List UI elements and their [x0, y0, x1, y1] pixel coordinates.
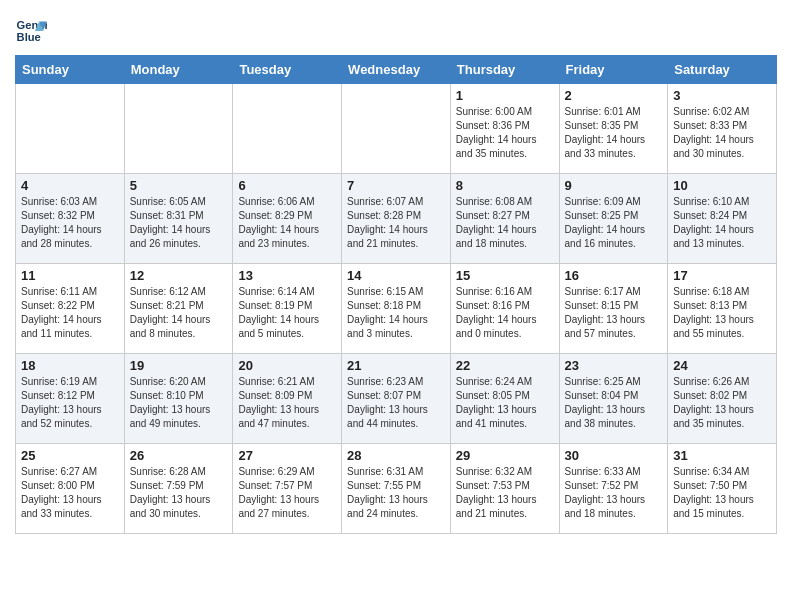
day-number: 28 — [347, 448, 445, 463]
calendar-cell: 10Sunrise: 6:10 AM Sunset: 8:24 PM Dayli… — [668, 174, 777, 264]
calendar-cell: 30Sunrise: 6:33 AM Sunset: 7:52 PM Dayli… — [559, 444, 668, 534]
calendar-cell: 27Sunrise: 6:29 AM Sunset: 7:57 PM Dayli… — [233, 444, 342, 534]
day-info: Sunrise: 6:23 AM Sunset: 8:07 PM Dayligh… — [347, 375, 445, 431]
calendar-cell: 14Sunrise: 6:15 AM Sunset: 8:18 PM Dayli… — [342, 264, 451, 354]
day-info: Sunrise: 6:03 AM Sunset: 8:32 PM Dayligh… — [21, 195, 119, 251]
day-info: Sunrise: 6:25 AM Sunset: 8:04 PM Dayligh… — [565, 375, 663, 431]
day-info: Sunrise: 6:05 AM Sunset: 8:31 PM Dayligh… — [130, 195, 228, 251]
calendar-cell: 4Sunrise: 6:03 AM Sunset: 8:32 PM Daylig… — [16, 174, 125, 264]
calendar-cell: 12Sunrise: 6:12 AM Sunset: 8:21 PM Dayli… — [124, 264, 233, 354]
day-number: 19 — [130, 358, 228, 373]
svg-text:Blue: Blue — [17, 31, 41, 43]
day-info: Sunrise: 6:18 AM Sunset: 8:13 PM Dayligh… — [673, 285, 771, 341]
day-info: Sunrise: 6:21 AM Sunset: 8:09 PM Dayligh… — [238, 375, 336, 431]
day-info: Sunrise: 6:02 AM Sunset: 8:33 PM Dayligh… — [673, 105, 771, 161]
day-info: Sunrise: 6:16 AM Sunset: 8:16 PM Dayligh… — [456, 285, 554, 341]
logo: General Blue — [15, 10, 51, 47]
day-info: Sunrise: 6:00 AM Sunset: 8:36 PM Dayligh… — [456, 105, 554, 161]
day-header-tuesday: Tuesday — [233, 56, 342, 84]
day-number: 3 — [673, 88, 771, 103]
day-info: Sunrise: 6:08 AM Sunset: 8:27 PM Dayligh… — [456, 195, 554, 251]
calendar-cell: 1Sunrise: 6:00 AM Sunset: 8:36 PM Daylig… — [450, 84, 559, 174]
day-number: 13 — [238, 268, 336, 283]
calendar-cell: 16Sunrise: 6:17 AM Sunset: 8:15 PM Dayli… — [559, 264, 668, 354]
day-info: Sunrise: 6:29 AM Sunset: 7:57 PM Dayligh… — [238, 465, 336, 521]
day-info: Sunrise: 6:19 AM Sunset: 8:12 PM Dayligh… — [21, 375, 119, 431]
calendar-cell: 29Sunrise: 6:32 AM Sunset: 7:53 PM Dayli… — [450, 444, 559, 534]
day-info: Sunrise: 6:17 AM Sunset: 8:15 PM Dayligh… — [565, 285, 663, 341]
calendar-cell: 3Sunrise: 6:02 AM Sunset: 8:33 PM Daylig… — [668, 84, 777, 174]
day-number: 22 — [456, 358, 554, 373]
calendar-cell: 5Sunrise: 6:05 AM Sunset: 8:31 PM Daylig… — [124, 174, 233, 264]
day-number: 26 — [130, 448, 228, 463]
day-info: Sunrise: 6:09 AM Sunset: 8:25 PM Dayligh… — [565, 195, 663, 251]
calendar-cell: 8Sunrise: 6:08 AM Sunset: 8:27 PM Daylig… — [450, 174, 559, 264]
day-info: Sunrise: 6:31 AM Sunset: 7:55 PM Dayligh… — [347, 465, 445, 521]
calendar-cell: 19Sunrise: 6:20 AM Sunset: 8:10 PM Dayli… — [124, 354, 233, 444]
day-info: Sunrise: 6:07 AM Sunset: 8:28 PM Dayligh… — [347, 195, 445, 251]
day-number: 21 — [347, 358, 445, 373]
day-number: 24 — [673, 358, 771, 373]
calendar-cell: 17Sunrise: 6:18 AM Sunset: 8:13 PM Dayli… — [668, 264, 777, 354]
day-headers-row: SundayMondayTuesdayWednesdayThursdayFrid… — [16, 56, 777, 84]
day-number: 16 — [565, 268, 663, 283]
day-number: 7 — [347, 178, 445, 193]
day-info: Sunrise: 6:28 AM Sunset: 7:59 PM Dayligh… — [130, 465, 228, 521]
day-header-thursday: Thursday — [450, 56, 559, 84]
day-number: 9 — [565, 178, 663, 193]
day-info: Sunrise: 6:26 AM Sunset: 8:02 PM Dayligh… — [673, 375, 771, 431]
day-number: 12 — [130, 268, 228, 283]
calendar-cell: 6Sunrise: 6:06 AM Sunset: 8:29 PM Daylig… — [233, 174, 342, 264]
calendar-cell: 24Sunrise: 6:26 AM Sunset: 8:02 PM Dayli… — [668, 354, 777, 444]
day-header-wednesday: Wednesday — [342, 56, 451, 84]
calendar-table: SundayMondayTuesdayWednesdayThursdayFrid… — [15, 55, 777, 534]
day-info: Sunrise: 6:34 AM Sunset: 7:50 PM Dayligh… — [673, 465, 771, 521]
day-number: 6 — [238, 178, 336, 193]
calendar-cell — [233, 84, 342, 174]
day-info: Sunrise: 6:27 AM Sunset: 8:00 PM Dayligh… — [21, 465, 119, 521]
day-number: 23 — [565, 358, 663, 373]
calendar-cell: 2Sunrise: 6:01 AM Sunset: 8:35 PM Daylig… — [559, 84, 668, 174]
day-number: 15 — [456, 268, 554, 283]
day-number: 29 — [456, 448, 554, 463]
calendar-cell: 18Sunrise: 6:19 AM Sunset: 8:12 PM Dayli… — [16, 354, 125, 444]
day-number: 11 — [21, 268, 119, 283]
calendar-cell: 22Sunrise: 6:24 AM Sunset: 8:05 PM Dayli… — [450, 354, 559, 444]
day-info: Sunrise: 6:20 AM Sunset: 8:10 PM Dayligh… — [130, 375, 228, 431]
calendar-cell: 15Sunrise: 6:16 AM Sunset: 8:16 PM Dayli… — [450, 264, 559, 354]
day-info: Sunrise: 6:33 AM Sunset: 7:52 PM Dayligh… — [565, 465, 663, 521]
calendar-cell: 9Sunrise: 6:09 AM Sunset: 8:25 PM Daylig… — [559, 174, 668, 264]
calendar-cell: 11Sunrise: 6:11 AM Sunset: 8:22 PM Dayli… — [16, 264, 125, 354]
day-info: Sunrise: 6:24 AM Sunset: 8:05 PM Dayligh… — [456, 375, 554, 431]
calendar-week-5: 25Sunrise: 6:27 AM Sunset: 8:00 PM Dayli… — [16, 444, 777, 534]
logo-icon: General Blue — [15, 15, 47, 47]
day-number: 25 — [21, 448, 119, 463]
day-number: 27 — [238, 448, 336, 463]
calendar-cell: 21Sunrise: 6:23 AM Sunset: 8:07 PM Dayli… — [342, 354, 451, 444]
day-number: 18 — [21, 358, 119, 373]
day-info: Sunrise: 6:12 AM Sunset: 8:21 PM Dayligh… — [130, 285, 228, 341]
day-header-sunday: Sunday — [16, 56, 125, 84]
day-info: Sunrise: 6:11 AM Sunset: 8:22 PM Dayligh… — [21, 285, 119, 341]
day-header-monday: Monday — [124, 56, 233, 84]
day-info: Sunrise: 6:32 AM Sunset: 7:53 PM Dayligh… — [456, 465, 554, 521]
calendar-week-3: 11Sunrise: 6:11 AM Sunset: 8:22 PM Dayli… — [16, 264, 777, 354]
calendar-cell: 26Sunrise: 6:28 AM Sunset: 7:59 PM Dayli… — [124, 444, 233, 534]
calendar-cell: 23Sunrise: 6:25 AM Sunset: 8:04 PM Dayli… — [559, 354, 668, 444]
calendar-week-2: 4Sunrise: 6:03 AM Sunset: 8:32 PM Daylig… — [16, 174, 777, 264]
calendar-cell: 20Sunrise: 6:21 AM Sunset: 8:09 PM Dayli… — [233, 354, 342, 444]
day-info: Sunrise: 6:06 AM Sunset: 8:29 PM Dayligh… — [238, 195, 336, 251]
day-header-friday: Friday — [559, 56, 668, 84]
calendar-cell — [124, 84, 233, 174]
calendar-cell: 13Sunrise: 6:14 AM Sunset: 8:19 PM Dayli… — [233, 264, 342, 354]
day-info: Sunrise: 6:01 AM Sunset: 8:35 PM Dayligh… — [565, 105, 663, 161]
calendar-cell: 25Sunrise: 6:27 AM Sunset: 8:00 PM Dayli… — [16, 444, 125, 534]
calendar-cell: 28Sunrise: 6:31 AM Sunset: 7:55 PM Dayli… — [342, 444, 451, 534]
day-number: 1 — [456, 88, 554, 103]
day-number: 10 — [673, 178, 771, 193]
day-info: Sunrise: 6:10 AM Sunset: 8:24 PM Dayligh… — [673, 195, 771, 251]
calendar-cell: 31Sunrise: 6:34 AM Sunset: 7:50 PM Dayli… — [668, 444, 777, 534]
calendar-cell — [342, 84, 451, 174]
day-number: 2 — [565, 88, 663, 103]
calendar-cell: 7Sunrise: 6:07 AM Sunset: 8:28 PM Daylig… — [342, 174, 451, 264]
